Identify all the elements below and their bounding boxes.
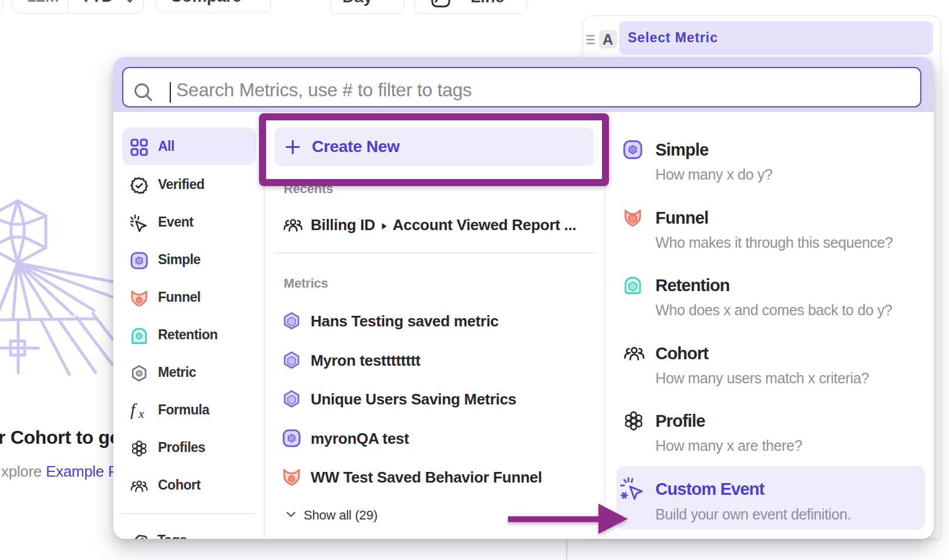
svg-text:f: f (130, 402, 137, 419)
svg-text:x: x (138, 407, 144, 420)
